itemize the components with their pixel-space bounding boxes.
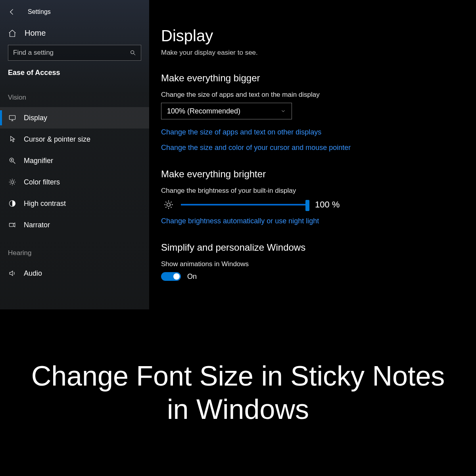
svg-point-6: [167, 203, 171, 207]
sidebar-item-magnifier[interactable]: Magnifier: [0, 150, 149, 171]
caption-banner: Change Font Size in Sticky Notes in Wind…: [0, 309, 476, 476]
section-brighter: Make everything brighter Change the brig…: [161, 169, 464, 225]
sidebar-item-label: Audio: [24, 269, 42, 278]
audio-icon: [8, 269, 17, 278]
svg-point-3: [11, 181, 14, 184]
brightness-slider[interactable]: [181, 204, 308, 205]
narrator-icon: [8, 221, 17, 229]
sidebar-item-display[interactable]: Display: [0, 107, 149, 129]
sidebar-item-cursor[interactable]: Cursor & pointer size: [0, 129, 149, 150]
search-input[interactable]: [13, 49, 130, 57]
header-row: Settings: [0, 5, 149, 23]
toggle-state: On: [187, 273, 197, 281]
link-night-light[interactable]: Change brightness automatically or use n…: [161, 217, 464, 225]
search-icon: [130, 50, 136, 56]
link-cursor-color[interactable]: Change the size and color of your cursor…: [161, 144, 464, 152]
brightness-value: 100 %: [315, 200, 340, 210]
color-filters-icon: [8, 178, 17, 186]
sidebar-item-audio[interactable]: Audio: [0, 263, 149, 284]
svg-point-0: [131, 51, 134, 54]
svg-rect-1: [10, 115, 15, 119]
section-simplify: Simplify and personalize Windows Show an…: [161, 242, 464, 281]
toggle-row: On: [161, 272, 464, 281]
caption-text: Change Font Size in Sticky Notes in Wind…: [24, 359, 452, 426]
main-content: Display Make your display easier to see.…: [149, 0, 476, 309]
cursor-icon: [8, 135, 17, 144]
back-arrow-icon[interactable]: [8, 8, 16, 16]
sidebar-item-label: Magnifier: [24, 157, 53, 165]
search-box[interactable]: [8, 45, 141, 61]
section-desc: Change the brightness of your built-in d…: [161, 187, 464, 195]
chevron-down-icon: [280, 108, 286, 114]
sidebar-item-narrator[interactable]: Narrator: [0, 214, 149, 236]
section-heading: Simplify and personalize Windows: [161, 242, 464, 253]
dropdown-value: 100% (Recommended): [167, 107, 240, 115]
display-icon: [8, 113, 17, 122]
group-label-vision: Vision: [0, 80, 149, 107]
home-button[interactable]: Home: [0, 23, 149, 43]
sidebar-item-label: Narrator: [24, 221, 50, 229]
svg-rect-5: [10, 223, 13, 226]
section-heading: Make everything bigger: [161, 73, 464, 84]
sidebar-item-label: High contrast: [24, 200, 66, 208]
brightness-icon: [163, 200, 174, 210]
scale-dropdown[interactable]: 100% (Recommended): [161, 103, 292, 119]
sidebar-item-label: Cursor & pointer size: [24, 135, 90, 144]
section-heading: Make everything brighter: [161, 169, 464, 180]
section-label: Ease of Access: [0, 69, 149, 80]
sidebar: Settings Home Ease of Access Vision Disp…: [0, 0, 149, 309]
high-contrast-icon: [8, 199, 17, 208]
slider-thumb[interactable]: [305, 200, 309, 211]
sidebar-item-label: Display: [24, 114, 47, 122]
home-label: Home: [25, 29, 46, 38]
section-bigger: Make everything bigger Change the size o…: [161, 73, 464, 152]
sidebar-item-high-contrast[interactable]: High contrast: [0, 193, 149, 214]
animations-toggle[interactable]: [161, 272, 181, 281]
home-icon: [8, 29, 17, 38]
app-title: Settings: [28, 8, 51, 15]
link-other-displays[interactable]: Change the size of apps and text on othe…: [161, 128, 464, 136]
toggle-label: Show animations in Windows: [161, 260, 464, 268]
sidebar-item-label: Color filters: [24, 178, 60, 186]
page-title: Display: [161, 27, 464, 45]
page-subtitle: Make your display easier to see.: [161, 49, 464, 57]
sidebar-item-color-filters[interactable]: Color filters: [0, 171, 149, 193]
magnifier-icon: [8, 156, 17, 165]
section-desc: Change the size of apps and text on the …: [161, 91, 464, 99]
group-label-hearing: Hearing: [0, 236, 149, 263]
brightness-slider-row: 100 %: [163, 200, 464, 210]
